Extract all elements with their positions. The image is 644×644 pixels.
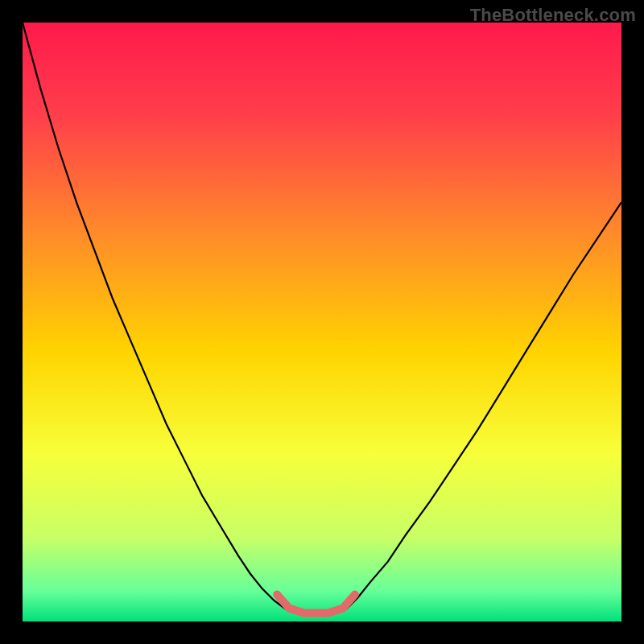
chart-background — [23, 23, 621, 621]
chart-svg — [23, 23, 621, 621]
chart-stage: TheBottleneck.com — [0, 0, 644, 644]
chart-plot-area — [23, 23, 621, 621]
watermark-text: TheBottleneck.com — [470, 5, 636, 26]
